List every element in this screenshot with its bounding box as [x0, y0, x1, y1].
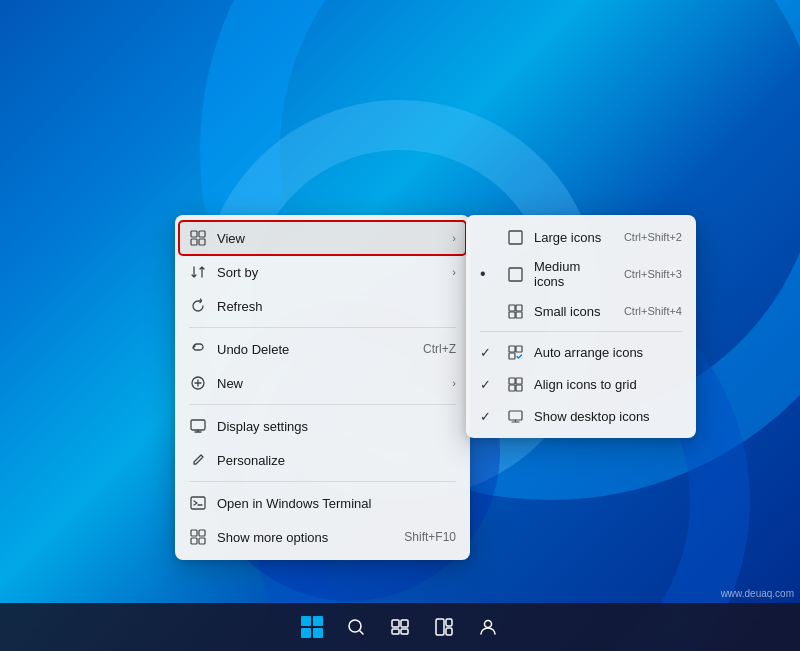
- large-icons-check: [480, 230, 496, 245]
- svg-rect-31: [446, 619, 452, 626]
- sort-by-chevron: ›: [452, 266, 456, 278]
- menu-item-open-terminal[interactable]: Open in Windows Terminal: [175, 486, 470, 520]
- submenu-item-large-icons[interactable]: Large icons Ctrl+Shift+2: [466, 221, 696, 253]
- svg-rect-0: [191, 231, 197, 237]
- chat-button[interactable]: [470, 609, 506, 645]
- display-settings-label: Display settings: [217, 419, 456, 434]
- small-icons-label: Small icons: [534, 304, 614, 319]
- svg-point-33: [485, 621, 492, 628]
- svg-rect-9: [191, 538, 197, 544]
- show-more-shortcut: Shift+F10: [404, 530, 456, 544]
- view-icon: [189, 229, 207, 247]
- svg-rect-7: [191, 530, 197, 536]
- undo-delete-label: Undo Delete: [217, 342, 413, 357]
- show-desktop-icon: [506, 407, 524, 425]
- refresh-label: Refresh: [217, 299, 456, 314]
- show-desktop-icons-label: Show desktop icons: [534, 409, 682, 424]
- svg-rect-13: [509, 305, 515, 311]
- show-more-label: Show more options: [217, 530, 394, 545]
- menu-item-undo-delete[interactable]: Undo Delete Ctrl+Z: [175, 332, 470, 366]
- open-terminal-label: Open in Windows Terminal: [217, 496, 456, 511]
- svg-rect-2: [191, 239, 197, 245]
- align-grid-check: ✓: [480, 377, 496, 392]
- menu-item-refresh[interactable]: Refresh: [175, 289, 470, 323]
- medium-icons-check: •: [480, 266, 496, 282]
- submenu-item-medium-icons[interactable]: • Medium icons Ctrl+Shift+3: [466, 253, 696, 295]
- search-button[interactable]: [338, 609, 374, 645]
- auto-arrange-label: Auto arrange icons: [534, 345, 682, 360]
- terminal-icon: [189, 494, 207, 512]
- align-grid-icon: [506, 375, 524, 393]
- svg-rect-11: [509, 231, 522, 244]
- display-settings-icon: [189, 417, 207, 435]
- personalize-icon: [189, 451, 207, 469]
- sort-by-label: Sort by: [217, 265, 442, 280]
- svg-rect-19: [509, 353, 515, 359]
- large-icons-shortcut: Ctrl+Shift+2: [624, 231, 682, 243]
- svg-rect-26: [392, 620, 399, 627]
- svg-rect-30: [436, 619, 444, 635]
- view-chevron: ›: [452, 232, 456, 244]
- menu-item-new[interactable]: New ›: [175, 366, 470, 400]
- start-button[interactable]: [294, 609, 330, 645]
- new-chevron: ›: [452, 377, 456, 389]
- submenu-item-show-desktop[interactable]: ✓ Show desktop icons: [466, 400, 696, 432]
- svg-rect-10: [199, 538, 205, 544]
- svg-rect-14: [516, 305, 522, 311]
- align-grid-label: Align icons to grid: [534, 377, 682, 392]
- view-label: View: [217, 231, 442, 246]
- menu-item-view[interactable]: View ›: [179, 221, 466, 255]
- chat-icon: [478, 617, 498, 637]
- medium-icons-shortcut: Ctrl+Shift+3: [624, 268, 682, 280]
- menu-item-sort-by[interactable]: Sort by ›: [175, 255, 470, 289]
- svg-rect-23: [516, 385, 522, 391]
- menu-item-display-settings[interactable]: Display settings: [175, 409, 470, 443]
- menu-divider-2: [189, 404, 456, 405]
- small-icons-shortcut: Ctrl+Shift+4: [624, 305, 682, 317]
- svg-rect-29: [401, 629, 408, 634]
- svg-rect-5: [191, 420, 205, 430]
- menu-item-personalize[interactable]: Personalize: [175, 443, 470, 477]
- sort-icon: [189, 263, 207, 281]
- view-submenu: Large icons Ctrl+Shift+2 • Medium icons …: [466, 215, 696, 438]
- submenu-divider: [480, 331, 682, 332]
- large-icons-icon: [506, 228, 524, 246]
- small-icons-check: [480, 304, 496, 319]
- svg-rect-16: [516, 312, 522, 318]
- medium-icons-label: Medium icons: [534, 259, 614, 289]
- windows-logo: [301, 616, 323, 638]
- task-view-icon: [390, 617, 410, 637]
- large-icons-label: Large icons: [534, 230, 614, 245]
- task-view-button[interactable]: [382, 609, 418, 645]
- new-label: New: [217, 376, 442, 391]
- submenu-item-align-grid[interactable]: ✓ Align icons to grid: [466, 368, 696, 400]
- svg-rect-6: [191, 497, 205, 509]
- auto-arrange-icon: [506, 343, 524, 361]
- svg-rect-12: [509, 268, 522, 281]
- svg-rect-24: [509, 411, 522, 420]
- widgets-icon: [434, 617, 454, 637]
- submenu-item-auto-arrange[interactable]: ✓ Auto arrange icons: [466, 336, 696, 368]
- svg-rect-17: [509, 346, 515, 352]
- undo-delete-shortcut: Ctrl+Z: [423, 342, 456, 356]
- svg-rect-32: [446, 628, 452, 635]
- svg-rect-27: [401, 620, 408, 627]
- svg-rect-15: [509, 312, 515, 318]
- svg-rect-1: [199, 231, 205, 237]
- desktop: View › Sort by › Refresh: [0, 0, 800, 651]
- svg-rect-3: [199, 239, 205, 245]
- show-desktop-check: ✓: [480, 409, 496, 424]
- menu-divider-1: [189, 327, 456, 328]
- undo-icon: [189, 340, 207, 358]
- menu-item-show-more[interactable]: Show more options Shift+F10: [175, 520, 470, 554]
- taskbar: [0, 603, 800, 651]
- small-icons-icon: [506, 302, 524, 320]
- widgets-button[interactable]: [426, 609, 462, 645]
- search-icon: [346, 617, 366, 637]
- new-icon: [189, 374, 207, 392]
- auto-arrange-check: ✓: [480, 345, 496, 360]
- svg-rect-21: [516, 378, 522, 384]
- submenu-item-small-icons[interactable]: Small icons Ctrl+Shift+4: [466, 295, 696, 327]
- svg-rect-28: [392, 629, 399, 634]
- refresh-icon: [189, 297, 207, 315]
